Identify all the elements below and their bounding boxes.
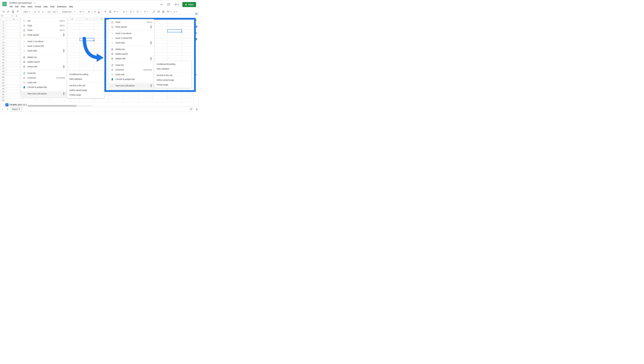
cell[interactable] <box>65 47 80 50</box>
ctx2-delete-col[interactable]: 🗑Delete column <box>108 52 154 56</box>
cell[interactable] <box>6 82 21 84</box>
row-header[interactable]: 26 <box>0 93 6 96</box>
sub2-protect-range[interactable]: Protect range <box>154 82 191 87</box>
row-header[interactable]: 10 <box>0 47 6 50</box>
row-header[interactable]: 19 <box>0 73 6 76</box>
cell[interactable] <box>65 32 80 35</box>
cell[interactable] <box>167 96 182 99</box>
cell[interactable] <box>65 30 80 32</box>
ctx-paste-special[interactable]: 📋Paste special <box>20 32 67 37</box>
menu-tools[interactable]: Tools <box>49 5 56 8</box>
cell[interactable] <box>6 58 21 61</box>
redo-icon[interactable] <box>6 9 10 14</box>
fill-color-icon[interactable] <box>103 9 108 14</box>
cell[interactable] <box>65 99 80 102</box>
cell[interactable] <box>6 32 21 35</box>
history-icon[interactable] <box>159 2 164 7</box>
cell[interactable] <box>6 78 21 82</box>
cell[interactable] <box>80 32 94 35</box>
ctx2-insert-row[interactable]: ＋Insert 1 row above <box>108 31 154 36</box>
ctx-insert-cells[interactable]: ＋Insert cells <box>20 48 67 53</box>
col-header[interactable]: F <box>80 18 94 20</box>
col-header[interactable]: A <box>6 18 21 20</box>
cell[interactable] <box>65 26 80 30</box>
cell[interactable] <box>153 93 167 96</box>
number-format[interactable]: 123 <box>52 9 59 14</box>
cell[interactable] <box>80 26 94 30</box>
row-header[interactable]: 23 <box>0 84 6 87</box>
cell[interactable] <box>80 30 94 32</box>
menu-format[interactable]: Format <box>34 5 42 8</box>
cell[interactable] <box>6 50 21 52</box>
cell[interactable] <box>167 99 182 102</box>
link-icon[interactable] <box>152 9 156 14</box>
cell[interactable] <box>6 73 21 76</box>
row-header[interactable]: 17 <box>0 67 6 70</box>
menu-file[interactable]: File <box>8 5 14 8</box>
cell[interactable] <box>65 67 80 70</box>
meet-present-icon[interactable]: ▾ <box>174 2 180 7</box>
cell[interactable] <box>6 76 21 78</box>
calendar-icon[interactable]: 31 <box>195 12 198 15</box>
font-size[interactable]: 10 <box>79 9 84 14</box>
format-currency[interactable]: $ <box>34 9 36 14</box>
sub-get-link[interactable]: Get link to this cell <box>67 83 104 88</box>
star-icon[interactable]: ☆ <box>34 2 36 4</box>
cell[interactable] <box>36 99 50 102</box>
cell[interactable] <box>65 44 80 47</box>
cell[interactable] <box>50 99 65 102</box>
ctx2-paste[interactable]: 📋PasteCtrl+V <box>108 20 154 24</box>
row-header[interactable]: 11 <box>0 50 6 52</box>
cell[interactable] <box>6 96 21 99</box>
functions-icon[interactable]: Σ <box>173 9 178 14</box>
text-color-icon[interactable]: A <box>97 9 100 14</box>
cell[interactable] <box>138 93 153 96</box>
row-header[interactable]: 8 <box>0 41 6 44</box>
spreadsheet-grid[interactable]: A B C D E F G H I J K L 1234567891011121… <box>0 18 198 107</box>
ctx2-delete-cells[interactable]: 🗑Delete cells <box>108 56 154 61</box>
cell[interactable] <box>6 41 21 44</box>
sub2-get-link[interactable]: Get link to this cell <box>154 73 191 78</box>
row-header[interactable]: 2 <box>0 24 6 26</box>
cell[interactable] <box>65 56 80 58</box>
row-header[interactable]: 9 <box>0 44 6 47</box>
col-header[interactable]: E <box>65 18 80 20</box>
sub-protect-range[interactable]: Protect range <box>67 92 104 97</box>
cell[interactable] <box>65 38 80 41</box>
explore-icon[interactable]: ✦ <box>189 107 193 111</box>
filter-icon[interactable] <box>166 9 172 14</box>
ctx-insert-col[interactable]: ＋Insert 1 column left <box>20 44 67 48</box>
row-header[interactable]: 7 <box>0 38 6 41</box>
ctx2-people-chip[interactable]: 👤Convert to people chip <box>108 77 154 82</box>
menu-extensions[interactable]: Extensions <box>56 5 68 8</box>
cell[interactable] <box>124 99 138 102</box>
print-icon[interactable] <box>11 9 15 14</box>
ctx2-view-more[interactable]: ⋮View more cell actions <box>108 83 154 88</box>
ctx-insert-row[interactable]: ＋Insert 1 row above <box>20 39 67 44</box>
menu-help[interactable]: Help <box>68 5 74 8</box>
ctx-insert-note[interactable]: 🗒Insert note <box>20 80 67 85</box>
menu-data[interactable]: Data <box>42 5 49 8</box>
sub2-named-range[interactable]: Define named range <box>154 78 191 82</box>
row-header[interactable]: 22 <box>0 82 6 84</box>
italic-icon[interactable]: I <box>91 9 93 14</box>
ctx-insert-link[interactable]: 🔗Insert link <box>20 71 67 76</box>
zoom-select[interactable]: 100% <box>23 9 31 14</box>
sub-named-range[interactable]: Define named range <box>67 88 104 92</box>
cell[interactable] <box>138 99 153 102</box>
ctx-comment[interactable]: ⊞CommentCtrl+Alt+M <box>20 76 67 80</box>
cell[interactable] <box>65 35 80 38</box>
row-header[interactable]: 6 <box>0 35 6 38</box>
cell[interactable] <box>80 99 94 102</box>
comment-icon[interactable] <box>156 9 161 14</box>
cell[interactable] <box>80 24 94 26</box>
sub2-cond-format[interactable]: Conditional formatting <box>154 62 191 66</box>
share-button[interactable]: Share <box>182 2 196 7</box>
cell[interactable] <box>65 24 80 26</box>
cell[interactable] <box>6 67 21 70</box>
ctx-copy[interactable]: ⧉CopyCtrl+C <box>20 23 67 28</box>
ctx2-delete-row[interactable]: 🗑Delete row <box>108 47 154 52</box>
cell[interactable] <box>65 52 80 56</box>
cell[interactable] <box>6 38 21 41</box>
row-header[interactable]: 14 <box>0 58 6 61</box>
